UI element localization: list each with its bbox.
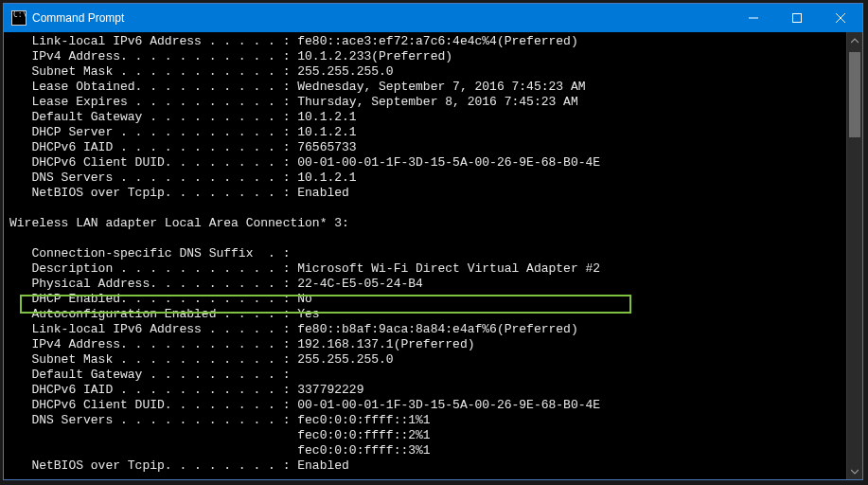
- output-line: DHCP Server . . . . . . . . . . . : 10.1…: [9, 125, 846, 140]
- output-line: Autoconfiguration Enabled . . . . : Yes: [9, 307, 846, 322]
- output-line: Lease Obtained. . . . . . . . . . : Wedn…: [9, 80, 846, 95]
- close-button[interactable]: [819, 4, 862, 32]
- output-line: Default Gateway . . . . . . . . . : 10.1…: [9, 110, 846, 125]
- scrollbar[interactable]: [846, 32, 862, 479]
- physical-address-line: Physical Address. . . . . . . . . : 22-4…: [9, 277, 846, 292]
- maximize-button[interactable]: [775, 4, 819, 32]
- output-line: DHCPv6 IAID . . . . . . . . . . . : 3377…: [9, 383, 846, 398]
- output-line: Default Gateway . . . . . . . . . :: [9, 368, 846, 383]
- maximize-icon: [792, 13, 802, 23]
- adapter-header: Wireless LAN adapter Local Area Connecti…: [9, 216, 846, 231]
- output-line: Lease Expires . . . . . . . . . . : Thur…: [9, 95, 846, 110]
- output-line: fec0:0:0:ffff::3%1: [9, 443, 846, 458]
- window-title: Command Prompt: [32, 11, 124, 25]
- output-line: Link-local IPv6 Address . . . . . : fe80…: [9, 322, 846, 337]
- close-icon: [836, 13, 845, 23]
- output-line: DHCPv6 Client DUID. . . . . . . . : 00-0…: [9, 155, 846, 171]
- titlebar[interactable]: C:\ Command Prompt: [4, 4, 862, 32]
- terminal-output[interactable]: Link-local IPv6 Address . . . . . : fe80…: [4, 32, 846, 479]
- output-line: Link-local IPv6 Address . . . . . : fe80…: [9, 34, 846, 49]
- output-line: IPv4 Address. . . . . . . . . . . : 10.1…: [9, 49, 846, 64]
- output-line: Subnet Mask . . . . . . . . . . . : 255.…: [9, 352, 846, 368]
- minimize-button[interactable]: [732, 4, 775, 32]
- output-line: Subnet Mask . . . . . . . . . . . : 255.…: [9, 64, 846, 80]
- chevron-down-icon: [851, 468, 859, 476]
- output-line: NetBIOS over Tcpip. . . . . . . . : Enab…: [9, 458, 846, 474]
- scroll-down-button[interactable]: [847, 463, 862, 479]
- minimize-icon: [749, 13, 758, 23]
- cmd-icon: C:\: [11, 10, 27, 26]
- output-line: DHCPv6 IAID . . . . . . . . . . . : 7656…: [9, 140, 846, 155]
- output-line: Connection-specific DNS Suffix . :: [9, 246, 846, 261]
- command-prompt-window: C:\ Command Prompt Link-local IPv6 Addre…: [3, 3, 863, 480]
- content-area: Link-local IPv6 Address . . . . . : fe80…: [4, 32, 862, 479]
- output-line: NetBIOS over Tcpip. . . . . . . . : Enab…: [9, 186, 846, 201]
- output-line: Description . . . . . . . . . . . : Micr…: [9, 261, 846, 277]
- blank-line: [9, 231, 846, 246]
- chevron-up-icon: [851, 37, 859, 45]
- output-line: fec0:0:0:ffff::2%1: [9, 428, 846, 443]
- scroll-track[interactable]: [847, 48, 862, 463]
- scroll-thumb[interactable]: [849, 52, 860, 137]
- output-line: DNS Servers . . . . . . . . . . . : 10.1…: [9, 171, 846, 186]
- scroll-up-button[interactable]: [847, 32, 862, 48]
- svg-rect-1: [793, 14, 802, 23]
- output-line: DNS Servers . . . . . . . . . . . : fec0…: [9, 413, 846, 428]
- blank-line: [9, 201, 846, 216]
- output-line: DHCPv6 Client DUID. . . . . . . . : 00-0…: [9, 398, 846, 413]
- output-line: DHCP Enabled. . . . . . . . . . . : No: [9, 292, 846, 307]
- output-line: IPv4 Address. . . . . . . . . . . : 192.…: [9, 337, 846, 352]
